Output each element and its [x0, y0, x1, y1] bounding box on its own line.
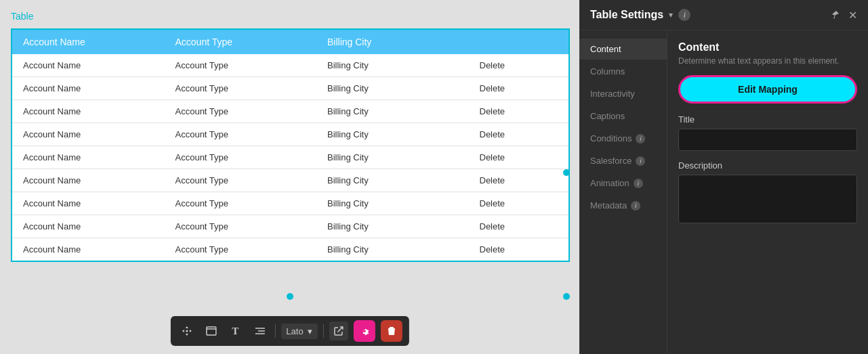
right-panel: Table Settings ▾ i ✕ Content Columns	[579, 0, 868, 354]
header-account-name: Account Name	[12, 30, 165, 54]
cell-account-name: Account Name	[12, 192, 165, 215]
toolbar-separator-2	[323, 324, 324, 338]
sidebar-item-salesforce-label: Salesforce	[590, 156, 632, 166]
font-name-label: Lato	[286, 326, 303, 336]
cell-billing-city: Billing City	[316, 238, 469, 261]
sidebar-item-metadata[interactable]: Metadata i	[579, 195, 667, 216]
cell-delete[interactable]: Delete	[469, 215, 569, 238]
cell-account-type: Account Type	[165, 169, 317, 192]
cell-delete[interactable]: Delete	[469, 77, 569, 99]
cell-account-type: Account Type	[165, 77, 317, 99]
table-header-row: Account Name Account Type Billing City	[12, 30, 569, 54]
title-field-label: Title	[678, 114, 857, 125]
panel-info-icon[interactable]: i	[678, 9, 690, 21]
indent-icon-btn[interactable]	[250, 322, 269, 340]
cell-billing-city: Billing City	[316, 169, 469, 192]
cell-billing-city: Billing City	[316, 215, 469, 238]
table-row: Account Name Account Type Billing City D…	[12, 100, 569, 123]
sidebar-item-animation[interactable]: Animation i	[579, 173, 667, 194]
cell-account-name: Account Name	[12, 169, 165, 192]
table-row: Account Name Account Type Billing City D…	[12, 215, 569, 238]
cell-account-type: Account Type	[165, 146, 317, 169]
bottom-toolbar: T Lato ▾	[170, 316, 409, 346]
text-icon-btn[interactable]: T	[226, 322, 245, 340]
sidebar-item-salesforce[interactable]: Salesforce i	[579, 150, 667, 171]
cell-delete[interactable]: Delete	[469, 238, 569, 261]
move-icon-btn[interactable]	[177, 322, 196, 340]
title-field-input[interactable]	[678, 129, 857, 151]
cell-delete[interactable]: Delete	[469, 123, 569, 146]
cell-delete[interactable]: Delete	[469, 146, 569, 169]
salesforce-info-icon[interactable]: i	[636, 156, 645, 166]
cell-account-type: Account Type	[165, 192, 317, 215]
content-description: Determine what text appears in this elem…	[678, 56, 857, 66]
close-icon-btn[interactable]: ✕	[848, 9, 857, 22]
cell-account-name: Account Name	[12, 100, 165, 123]
sidebar-item-content[interactable]: Content	[579, 39, 667, 60]
table-row: Account Name Account Type Billing City D…	[12, 169, 569, 192]
table-row: Account Name Account Type Billing City D…	[12, 238, 569, 261]
sidebar-item-animation-label: Animation	[590, 178, 629, 188]
sidebar-item-conditions[interactable]: Conditions i	[579, 128, 667, 149]
resize-handle-right[interactable]	[563, 169, 570, 176]
settings-gear-btn[interactable]	[354, 320, 375, 342]
cell-account-name: Account Name	[12, 123, 165, 146]
cell-billing-city: Billing City	[316, 100, 469, 123]
sidebar-item-conditions-label: Conditions	[590, 133, 632, 143]
cell-account-name: Account Name	[12, 77, 165, 99]
table-row: Account Name Account Type Billing City D…	[12, 77, 569, 100]
sidebar-item-captions-label: Captions	[590, 111, 625, 121]
sidebar-item-columns-label: Columns	[590, 66, 625, 76]
external-link-btn[interactable]	[329, 322, 348, 340]
conditions-info-icon[interactable]: i	[636, 134, 645, 143]
layout-icon-btn[interactable]	[201, 322, 220, 340]
font-chevron-icon: ▾	[308, 326, 312, 336]
resize-handle-bottom-right[interactable]	[563, 293, 570, 300]
metadata-info-icon[interactable]: i	[631, 201, 640, 211]
svg-rect-1	[206, 327, 215, 335]
table-row: Account Name Account Type Billing City D…	[12, 146, 569, 169]
header-account-type: Account Type	[165, 30, 317, 54]
table-row: Account Name Account Type Billing City D…	[12, 192, 569, 215]
sidebar-item-interactivity[interactable]: Interactivity	[579, 83, 667, 104]
edit-mapping-button[interactable]: Edit Mapping	[678, 75, 857, 104]
sidebar-item-content-label: Content	[590, 44, 621, 54]
pin-icon-btn[interactable]	[827, 7, 843, 23]
cell-delete[interactable]: Delete	[469, 192, 569, 215]
cell-billing-city: Billing City	[316, 123, 469, 146]
panel-chevron-icon[interactable]: ▾	[669, 10, 673, 20]
panel-header-left: Table Settings ▾ i	[590, 9, 690, 21]
cell-delete[interactable]: Delete	[469, 100, 569, 123]
cell-account-name: Account Name	[12, 238, 165, 261]
cell-billing-city: Billing City	[316, 146, 469, 169]
sidebar-item-columns[interactable]: Columns	[579, 61, 667, 82]
sidebar-item-captions[interactable]: Captions	[579, 106, 667, 127]
panel-content: Content Determine what text appears in t…	[667, 30, 868, 354]
description-field-label: Description	[678, 160, 857, 171]
panel-sidebar: Content Columns Interactivity Captions C…	[579, 30, 667, 354]
table-label: Table	[11, 11, 33, 22]
toolbar-separator	[274, 324, 275, 338]
table-row: Account Name Account Type Billing City D…	[12, 54, 569, 77]
delete-btn[interactable]	[381, 320, 402, 342]
table-widget[interactable]: Account Name Account Type Billing City A…	[11, 28, 570, 262]
description-field-textarea[interactable]	[678, 175, 857, 223]
cell-account-name: Account Name	[12, 54, 165, 76]
cell-delete[interactable]: Delete	[469, 54, 569, 76]
content-title: Content	[678, 41, 857, 53]
header-billing-city: Billing City	[316, 30, 469, 54]
cell-account-name: Account Name	[12, 146, 165, 169]
cell-account-type: Account Type	[165, 123, 317, 146]
cell-account-type: Account Type	[165, 54, 317, 76]
font-selector[interactable]: Lato ▾	[281, 324, 317, 339]
cell-billing-city: Billing City	[316, 77, 469, 99]
cell-delete[interactable]: Delete	[469, 169, 569, 192]
animation-info-icon[interactable]: i	[634, 179, 643, 188]
cell-billing-city: Billing City	[316, 192, 469, 215]
cell-account-name: Account Name	[12, 215, 165, 238]
resize-handle-bottom[interactable]	[287, 293, 293, 300]
cell-billing-city: Billing City	[316, 54, 469, 76]
sidebar-item-interactivity-label: Interactivity	[590, 89, 635, 99]
table-row: Account Name Account Type Billing City D…	[12, 123, 569, 146]
panel-header-icons: ✕	[827, 7, 857, 23]
